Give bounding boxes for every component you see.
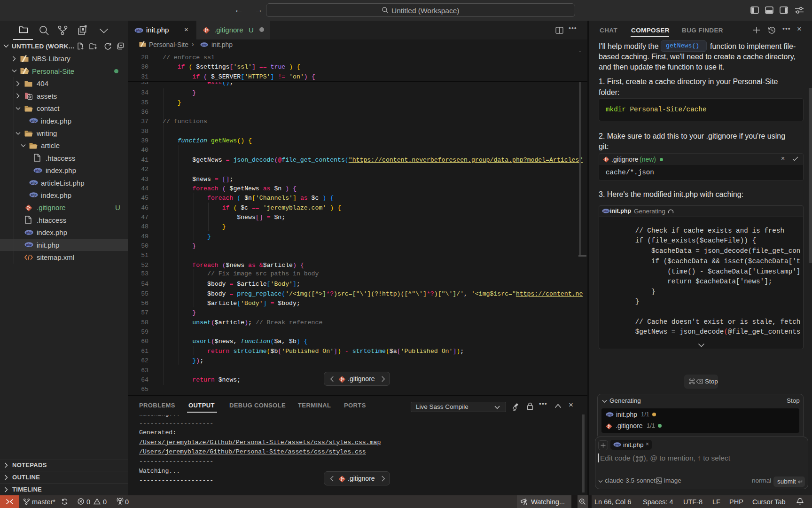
svg-text:php: php <box>603 210 609 212</box>
svg-text:php: php <box>31 181 37 185</box>
svg-text:php: php <box>614 443 620 446</box>
svg-text:php: php <box>136 29 142 32</box>
svg-text:php: php <box>26 243 32 247</box>
svg-text:php: php <box>201 43 207 46</box>
svg-text:php: php <box>35 168 41 172</box>
svg-text:php: php <box>31 119 37 123</box>
svg-text:php: php <box>26 230 32 234</box>
svg-text:php: php <box>607 413 612 416</box>
svg-text:php: php <box>31 193 37 197</box>
